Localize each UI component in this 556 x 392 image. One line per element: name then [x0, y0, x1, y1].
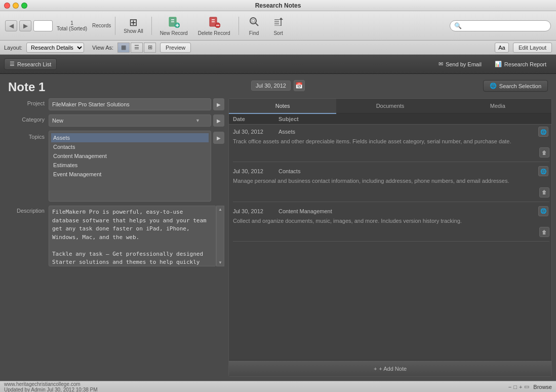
record-number-input[interactable]: 1	[33, 20, 53, 31]
list-icon: ☰	[10, 61, 15, 67]
calendar-icon-button[interactable]: 📅	[294, 80, 305, 91]
svg-rect-17	[274, 19, 279, 20]
nav-back-button[interactable]: ◀	[5, 20, 17, 31]
note-entry-contacts: Jul 30, 2012 Contacts 🌐 Manage personal …	[233, 166, 549, 202]
tab-notes[interactable]: Notes	[229, 99, 336, 114]
topic-item-event-management[interactable]: Event Management	[51, 170, 209, 179]
find-button[interactable]: Find	[243, 14, 265, 38]
category-field-wrap: New ▼ ▶	[49, 114, 224, 127]
toolbar-separator-2	[151, 17, 152, 35]
zoom-icon: □	[513, 384, 517, 390]
layout-select[interactable]: Research Details	[26, 43, 84, 53]
note-entry-contacts-subject: Contacts	[279, 168, 538, 174]
description-textarea[interactable]: FileMaker® Pro is powerful, easy-to-use …	[49, 206, 216, 266]
svg-point-13	[252, 19, 255, 22]
form-notes-area: Project ▶ Category New ▼	[0, 98, 556, 381]
send-email-button[interactable]: ✉ Send by Email	[433, 58, 487, 70]
status-website: www.heritagechristiancollege.com	[4, 381, 98, 387]
topics-label: Topics	[4, 131, 45, 140]
delete-record-button[interactable]: Delete Record	[194, 14, 234, 38]
records-label-container: Records	[92, 23, 111, 28]
delete-record-icon	[208, 16, 220, 29]
note-content-mgmt-delete-button[interactable]: 🗑	[539, 227, 549, 237]
report-icon: 📊	[495, 61, 502, 67]
research-list-button[interactable]: ☰ Research List	[4, 58, 57, 70]
topic-item-contacts[interactable]: Contacts	[51, 142, 209, 151]
sort-icon	[272, 16, 285, 29]
note-assets-delete-button[interactable]: 🗑	[539, 147, 549, 158]
show-all-label: Show All	[124, 28, 143, 34]
note-contacts-delete-wrap: 🗑	[233, 187, 549, 198]
note-entry-assets-header: Jul 30, 2012 Assets 🌐	[233, 127, 549, 137]
minimize-button[interactable]	[13, 3, 19, 9]
topics-field-button[interactable]: ▶	[213, 132, 224, 144]
record-toolbar: ☰ Research List ✉ Send by Email 📊 Resear…	[0, 55, 556, 74]
topic-item-estimates[interactable]: Estimates	[51, 161, 209, 170]
search-box: 🔍	[450, 20, 551, 31]
view-form-button[interactable]: ▦	[117, 43, 130, 53]
search-selection-button[interactable]: 🌐 Search Selection	[483, 80, 548, 92]
left-form: Project ▶ Category New ▼	[4, 98, 224, 377]
scroll-down-icon: ▼	[218, 260, 222, 265]
note-date-field[interactable]: Jul 30, 2012	[251, 81, 291, 91]
category-field-button[interactable]: ▶	[213, 114, 224, 127]
maximize-button[interactable]	[21, 3, 27, 9]
topic-item-content-management[interactable]: Content Management	[51, 151, 209, 161]
scroll-up-icon: ▲	[218, 207, 222, 212]
note-contacts-link-button[interactable]: 🌐	[538, 166, 548, 176]
note-entry-content-mgmt-header: Jul 30, 2012 Content Management 🌐	[233, 206, 549, 216]
view-table-button[interactable]: ⊞	[144, 43, 156, 53]
view-buttons: ▦ ☰ ⊞	[117, 43, 156, 53]
preview-button[interactable]: Preview	[160, 43, 191, 53]
status-controls: − □ + ▭	[508, 383, 530, 390]
text-size-button[interactable]: Aa	[495, 43, 509, 53]
records-label: Records	[92, 23, 111, 28]
project-field-button[interactable]: ▶	[213, 98, 224, 110]
edit-layout-button[interactable]: Edit Layout	[513, 43, 552, 53]
total-records: 1 Total (Sorted)	[57, 20, 87, 31]
topics-row: Topics Assets Contacts Content Managemen…	[4, 131, 224, 202]
zoom-out-icon[interactable]: −	[508, 384, 511, 390]
svg-rect-14	[274, 25, 282, 26]
tab-documents[interactable]: Documents	[336, 99, 444, 114]
project-row: Project ▶	[4, 98, 224, 110]
new-record-icon	[168, 16, 180, 29]
new-record-label: New Record	[160, 30, 188, 36]
toolbar-separator-3	[239, 17, 239, 35]
show-all-button[interactable]: ⊞ Show All	[120, 15, 147, 36]
tabs-bar: Notes Documents Media	[229, 99, 551, 114]
note-entry-contacts-body: Manage personal and business contact inf…	[233, 177, 549, 185]
description-label: Description	[4, 206, 45, 214]
note-content-mgmt-delete-wrap: 🗑	[233, 227, 549, 237]
description-scrollbar[interactable]: ▲ ▼	[216, 206, 224, 266]
note-content-mgmt-link-button[interactable]: 🌐	[538, 206, 548, 216]
note-entry-content-mgmt-date: Jul 30, 2012	[233, 208, 279, 214]
tab-media[interactable]: Media	[444, 99, 551, 114]
notes-list[interactable]: Jul 30, 2012 Assets 🌐 Track office asset…	[229, 125, 551, 360]
status-bar: www.heritagechristiancollege.com Updated…	[0, 381, 556, 392]
note-date-area: Jul 30, 2012 📅	[191, 80, 366, 91]
sort-button[interactable]: Sort	[267, 14, 290, 38]
project-input[interactable]	[49, 98, 211, 110]
research-report-button[interactable]: 📊 Research Report	[489, 58, 552, 70]
view-list-button[interactable]: ☰	[131, 43, 143, 53]
note-assets-link-button[interactable]: 🌐	[538, 127, 548, 137]
note-entry-assets-body: Track office assets and other depreciabl…	[233, 138, 549, 145]
layout-bar: Layout: Research Details View As: ▦ ☰ ⊞ …	[0, 41, 556, 55]
right-panel: Notes Documents Media Date Subject Jul 3…	[228, 98, 552, 377]
nav-forward-button[interactable]: ▶	[19, 20, 31, 31]
col-subject-header: Subject	[279, 116, 547, 122]
window-controls	[4, 3, 27, 9]
note-contacts-delete-button[interactable]: 🗑	[539, 187, 549, 198]
topic-item-assets[interactable]: Assets	[51, 133, 209, 142]
search-input[interactable]	[464, 23, 546, 29]
zoom-in-icon[interactable]: +	[519, 384, 522, 390]
category-select[interactable]: New	[49, 114, 211, 127]
close-button[interactable]	[4, 3, 10, 9]
content-area: Note 1 Jul 30, 2012 📅 🌐 Search Selection…	[0, 74, 556, 381]
note-entry-assets-subject: Assets	[279, 129, 538, 135]
add-note-button[interactable]: + + Add Note	[229, 360, 551, 376]
new-record-button[interactable]: New Record	[156, 14, 192, 38]
notes-column-headers: Date Subject	[229, 114, 551, 125]
note-entry-content-mgmt-body: Collect and organize documents, music, i…	[233, 217, 549, 225]
